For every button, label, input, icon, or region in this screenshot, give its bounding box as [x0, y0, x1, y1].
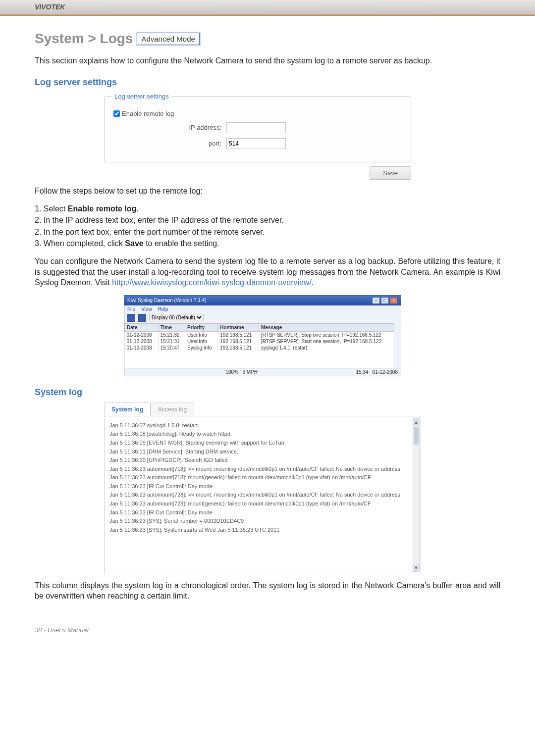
log-line: Jan 5 11:36:23 automount[728]: mount(gen… [109, 500, 410, 508]
page-title: System > Logs Advanced Mode [35, 31, 500, 47]
port-label: port: [112, 140, 226, 147]
table-row: 01-12-2008 15:20:47 Syslog.Info 192.168.… [125, 345, 401, 351]
tab-access-log[interactable]: Access log [151, 403, 194, 416]
log-line: Jan 5 11:36:23 [SYS]: Serial number = 00… [109, 517, 410, 526]
close-icon[interactable]: × [390, 297, 398, 304]
breadcrumb-text: System > Logs [35, 31, 133, 47]
page-footer: 38 - User's Manual [35, 626, 500, 634]
log-line: Jan 5 11:36:11 [DRM Service]: Starting D… [109, 448, 410, 456]
kiwi-statusbar: 100% 3 MPH 15:34 01-12-2008 [124, 368, 401, 376]
log-line: Jan 5 11:36:20 [UPnPIGDCP]: Search IGD f… [109, 456, 410, 465]
steps-list: 1. Select Enable remote log. 2. In the I… [35, 203, 500, 249]
kiwi-toolbar: Display 00 (Default) [124, 313, 401, 323]
closing-paragraph: This column displays the system log in a… [35, 580, 500, 602]
menu-help[interactable]: Help [158, 306, 168, 312]
section-log-server: Log server settings [35, 77, 500, 88]
paragraph-kiwi: You can configure the Network Camera to … [35, 256, 500, 288]
toolbar-icon-2[interactable] [138, 314, 146, 322]
col-priority: Priority [185, 323, 217, 331]
divider-orange [0, 15, 535, 16]
log-line: Jan 5 11:36:23 automount[718]: mount(gen… [109, 473, 410, 482]
kiwi-scrollbar[interactable] [394, 323, 401, 368]
kiwi-menubar: File View Help [124, 305, 401, 313]
footer-page: 38 - [35, 626, 48, 634]
col-time: Time [158, 323, 185, 331]
log-scrollbar[interactable]: ▲ ▼ [413, 418, 420, 572]
status-left: 100% [225, 369, 238, 375]
step-1: 1. Select Enable remote log. [35, 203, 500, 214]
log-line: Jan 5 11:36:08 [swatchdog]: Ready to wat… [109, 430, 410, 439]
kiwi-window: Kiwi Syslog Daemon (Version 7.1.4) – □ ×… [124, 295, 401, 376]
col-message: Message [259, 323, 401, 331]
port-input[interactable] [226, 138, 286, 149]
ip-address-input[interactable] [226, 122, 286, 133]
log-line: Jan 5 11:36:23 [IR Cut Control]: Day mod… [109, 508, 410, 517]
status-date: 01-12-2008 [373, 369, 398, 375]
system-log-box: Jan 5 11:36:07 syslogd 1.5.0: restart. J… [104, 416, 421, 574]
step-2b: 2. In the port text box, enter the port … [35, 226, 500, 238]
step-3: 3. When completed, click Save to enable … [35, 238, 500, 249]
save-button[interactable]: Save [370, 166, 411, 180]
intro-paragraph: This section explains how to configure t… [35, 55, 500, 66]
scroll-up-icon[interactable]: ▲ [413, 419, 419, 426]
brand-header: VIVOTEK [0, 0, 535, 15]
log-line: Jan 5 11:36:09 [EVENT MGR]: Starting eve… [109, 439, 410, 448]
section-system-log: System log [35, 387, 500, 398]
kiwi-link[interactable]: http://www.kiwisyslog.com/kiwi-syslog-da… [112, 278, 312, 287]
brand-text: VIVOTEK [35, 3, 65, 11]
advanced-mode-badge: Advanced Mode [137, 33, 199, 45]
log-line: Jan 5 11:36:23 automount[718]: >> mount:… [109, 465, 410, 474]
log-tabs: System log Access log [104, 403, 421, 416]
log-line: Jan 5 11:36:23 [SYS]: System starts at W… [109, 526, 410, 535]
table-row: 01-12-2008 15:21:31 User.Info 192.168.5.… [125, 338, 401, 345]
status-mid: 3 MPH [242, 369, 258, 375]
step-2a: 2. In the IP address text box, enter the… [35, 214, 500, 226]
footer-label: User's Manual [48, 626, 89, 634]
table-row: 01-12-2008 15:21:32 User.Info 192.168.5.… [125, 331, 401, 338]
log-line: Jan 5 11:36:23 automount[728]: >> mount:… [109, 491, 410, 500]
kiwi-title: Kiwi Syslog Daemon (Version 7.1.4) [127, 298, 207, 303]
kiwi-titlebar: Kiwi Syslog Daemon (Version 7.1.4) – □ × [124, 296, 401, 305]
follow-text: Follow the steps below to set up the rem… [35, 186, 500, 197]
col-hostname: Hostname [218, 323, 259, 331]
minimize-icon[interactable]: – [372, 297, 380, 304]
menu-view[interactable]: View [141, 306, 152, 312]
menu-file[interactable]: File [127, 306, 135, 312]
ip-address-label: IP address: [112, 124, 226, 131]
status-time: 15:34 [356, 369, 368, 375]
tab-system-log[interactable]: System log [104, 403, 151, 416]
scroll-thumb[interactable] [414, 427, 419, 445]
log-line: Jan 5 11:36:07 syslogd 1.5.0: restart. [109, 421, 410, 430]
enable-remote-log-label: Enable remote log [120, 110, 179, 117]
col-date: Date [125, 323, 159, 331]
log-line: Jan 5 11:36:23 [IR Cut Control]: Day mod… [109, 482, 410, 491]
display-select[interactable]: Display 00 (Default) [149, 314, 204, 321]
scroll-down-icon[interactable]: ▼ [413, 564, 419, 571]
toolbar-icon-1[interactable] [127, 314, 135, 322]
log-server-panel: Log server settings Enable remote log IP… [104, 93, 411, 162]
maximize-icon[interactable]: □ [381, 297, 389, 304]
enable-remote-log-checkbox[interactable] [113, 110, 120, 117]
log-server-legend: Log server settings [112, 93, 171, 100]
kiwi-table: Date Time Priority Hostname Message 01-1… [124, 323, 401, 351]
